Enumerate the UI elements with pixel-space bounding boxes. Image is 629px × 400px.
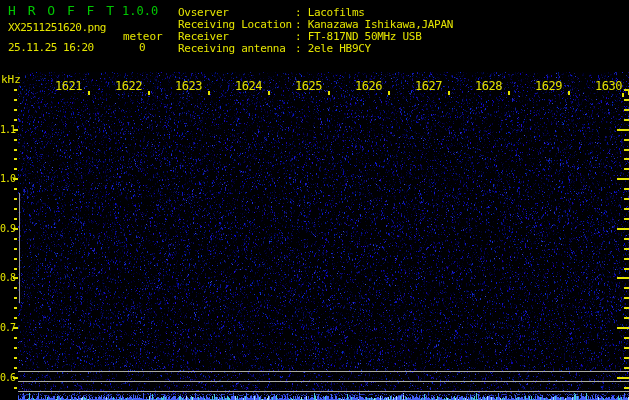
info-row-antenna: Receiving antenna: 2ele HB9CY bbox=[178, 42, 371, 55]
signal-level-line bbox=[18, 381, 629, 382]
signal-level-line bbox=[18, 371, 629, 372]
level-indicator-line bbox=[19, 193, 20, 303]
app-title: H R O F F T bbox=[8, 3, 116, 18]
info-value: 2ele HB9CY bbox=[308, 42, 371, 55]
header: H R O F F T 1.0.0 XX2511251620.png meteo… bbox=[0, 0, 629, 72]
output-filename: XX2511251620.png bbox=[8, 21, 106, 34]
hrofft-window: kHz 1.11.00.90.80.70.6162116221623162416… bbox=[0, 0, 629, 400]
signal-level-line bbox=[18, 391, 629, 392]
datetime-label: 25.11.25 16:20 bbox=[8, 41, 94, 54]
app-version: 1.0.0 bbox=[122, 4, 158, 18]
echo-count: 0 bbox=[139, 41, 146, 54]
info-label: Receiving antenna bbox=[178, 42, 295, 55]
info-separator: : bbox=[295, 42, 308, 55]
